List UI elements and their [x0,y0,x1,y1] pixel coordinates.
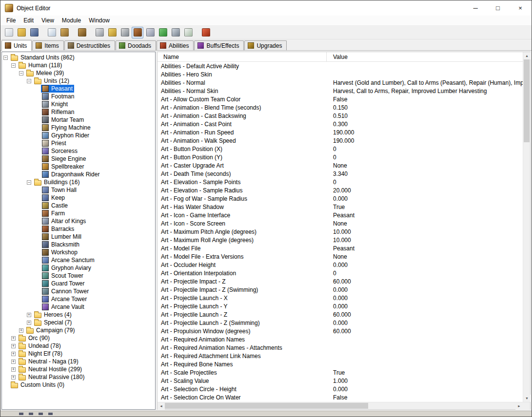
collapse-icon[interactable]: − [27,79,31,83]
property-row[interactable]: Art - Animation - Blend Time (seconds)0.… [158,103,523,112]
campaign-editor-icon[interactable] [144,27,156,38]
property-row[interactable]: Art - Death Time (seconds)3.340 [158,170,523,178]
tree-item-footman[interactable]: Footman [2,93,155,100]
property-row[interactable]: Art - Fog of War - Sample Radius0.000 [158,194,523,203]
tree-item-dragonhawk-rider[interactable]: Dragonhawk Rider [2,171,155,178]
property-row[interactable]: Art - Selection Circle - Height0.000 [158,385,523,393]
property-row[interactable]: Art - Icon - Game InterfacePeasant [158,211,523,219]
tab-destructibles[interactable]: Destructibles [64,40,115,50]
property-row[interactable]: Abilities - Hero Skin [158,70,523,78]
property-row[interactable]: Art - Elevation - Sample Radius20.000 [158,186,523,194]
menu-window[interactable]: Window [85,16,114,25]
tree-item-heroes-4[interactable]: +Heroes (4) [2,311,155,319]
tree-item-undead-78[interactable]: +Undead (78) [2,342,155,350]
property-row[interactable]: Art - Scaling Value1.000 [158,377,523,385]
property-row[interactable]: Abilities - NormalHarvest (Gold and Lumb… [158,78,523,87]
tree-item-melee-39[interactable]: −Melee (39) [2,69,155,77]
minimize-button[interactable]: ─ [464,0,487,16]
property-row[interactable]: Art - Maximum Roll Angle (degrees)10.000 [158,236,523,244]
property-row[interactable]: Art - Projectile Impact - Z60.000 [158,277,523,285]
expand-icon[interactable]: + [11,344,16,348]
property-row[interactable]: Art - Model FilePeasant [158,244,523,252]
tree-item-neutral-naga-19[interactable]: +Neutral - Naga (19) [2,358,155,365]
horizontal-scrollbar[interactable]: ◄ ► [158,402,523,409]
tree-item-human-118[interactable]: −Human (118) [2,61,155,69]
expand-icon[interactable]: + [11,352,16,356]
scroll-down-icon[interactable]: ▼ [523,395,531,402]
menu-edit[interactable]: Edit [20,16,38,25]
tree-item-keep[interactable]: Keep [2,194,155,202]
tree-item-mortar-team[interactable]: Mortar Team [2,116,155,124]
property-row[interactable]: Art - Button Position (Y)0 [158,153,523,161]
vertical-scrollbar-track[interactable] [523,59,530,395]
property-row[interactable]: Art - Animation - Walk Speed190.000 [158,136,523,145]
tree-item-campaign-79[interactable]: +Campaign (79) [2,326,155,334]
tree-item-units-12[interactable]: −Units (12) [2,77,155,85]
tab-abilities[interactable]: Abilities [157,40,194,50]
tree-item-neutral-passive-180[interactable]: +Neutral Passive (180) [2,373,155,381]
collapse-icon[interactable]: − [3,56,8,60]
property-row[interactable]: Art - Maximum Pitch Angle (degrees)10.00… [158,227,523,236]
property-row[interactable]: Art - Required Attachment Link Names [158,352,523,360]
property-row[interactable]: Art - Required Bone Names [158,360,523,368]
scroll-left-icon[interactable]: ◄ [158,402,165,410]
tree-item-custom-units-0[interactable]: Custom Units (0) [2,381,155,389]
tree-item-blacksmith[interactable]: Blacksmith [2,241,155,248]
tree-item-gryphon-rider[interactable]: Gryphon Rider [2,132,155,139]
tree-item-castle[interactable]: Castle [2,202,155,209]
copy-icon[interactable] [46,27,58,38]
expand-icon[interactable]: + [27,321,31,325]
tab-units[interactable]: Units [1,40,32,51]
tree-item-altar-of-kings[interactable]: Altar of Kings [2,217,155,225]
tree-item-lumber-mill[interactable]: Lumber Mill [2,233,155,241]
property-row[interactable]: Art - Occluder Height0.000 [158,261,523,269]
property-row[interactable]: Art - Animation - Cast Backswing0.510 [158,112,523,120]
tree-item-night-elf-78[interactable]: +Night Elf (78) [2,350,155,358]
menu-file[interactable]: File [2,16,20,25]
test-map-icon[interactable] [200,27,212,38]
tree-item-scout-tower[interactable]: Scout Tower [2,272,155,280]
tree-item-priest[interactable]: Priest [2,139,155,147]
property-row[interactable]: Art - Animation - Run Speed190.000 [158,128,523,136]
vertical-scrollbar-thumb[interactable] [524,59,530,142]
object-editor-icon[interactable] [132,27,143,38]
property-row[interactable]: Art - Scale ProjectilesTrue [158,368,523,377]
tree-item-peasant[interactable]: Peasant [2,85,155,93]
tab-items[interactable]: Items [32,40,63,50]
property-row[interactable]: Art - Propulsion Window (degrees)60.000 [158,327,523,335]
expand-icon[interactable]: + [11,375,16,379]
terrain-editor-icon[interactable] [94,27,105,38]
expand-icon[interactable]: + [19,328,23,333]
property-row[interactable]: Art - Projectile Launch - Z60.000 [158,310,523,319]
property-row[interactable]: Art - Has Water ShadowTrue [158,203,523,211]
horizontal-scrollbar-track[interactable] [165,402,515,409]
new-map-icon[interactable] [3,27,15,38]
ai-editor-icon[interactable] [157,27,169,38]
tree-item-neutral-hostile-299[interactable]: +Neutral Hostile (299) [2,365,155,373]
maximize-button[interactable]: □ [487,0,509,16]
paste-icon[interactable] [59,27,70,38]
property-row[interactable]: Abilities - Default Active Ability [158,62,523,70]
tree-item-gryphon-aviary[interactable]: Gryphon Aviary [2,264,155,272]
tree-item-guard-tower[interactable]: Guard Tower [2,280,155,287]
property-row[interactable]: Art - Elevation - Sample Points0 [158,178,523,186]
tree-item-workshop[interactable]: Workshop [2,248,155,256]
collapse-icon[interactable]: − [19,71,23,76]
tree-item-knight[interactable]: Knight [2,100,155,108]
tree-item-special-7[interactable]: +Special (7) [2,319,155,326]
tree-item-barracks[interactable]: Barracks [2,225,155,233]
trigger-editor-icon[interactable] [106,27,118,38]
tree-item-standard-units-862[interactable]: −Standard Units (862) [2,54,155,61]
tree-item-flying-machine[interactable]: Flying Machine [2,124,155,132]
tab-buffs-effects[interactable]: Buffs/Effects [194,40,244,50]
tree-item-town-hall[interactable]: Town Hall [2,186,155,194]
property-row[interactable]: Art - Button Position (X)0 [158,145,523,153]
expand-icon[interactable]: + [11,360,16,364]
expand-icon[interactable]: + [11,367,16,372]
brush-list-icon[interactable] [76,27,88,38]
tree-item-spellbreaker[interactable]: Spellbreaker [2,163,155,171]
property-row[interactable]: Abilities - Normal SkinHarvest, Call to … [158,87,523,95]
vertical-scrollbar[interactable]: ▲ ▼ [523,52,530,402]
tab-doodads[interactable]: Doodads [116,40,156,50]
property-row[interactable]: Art - Orientation Interpolation0 [158,269,523,277]
